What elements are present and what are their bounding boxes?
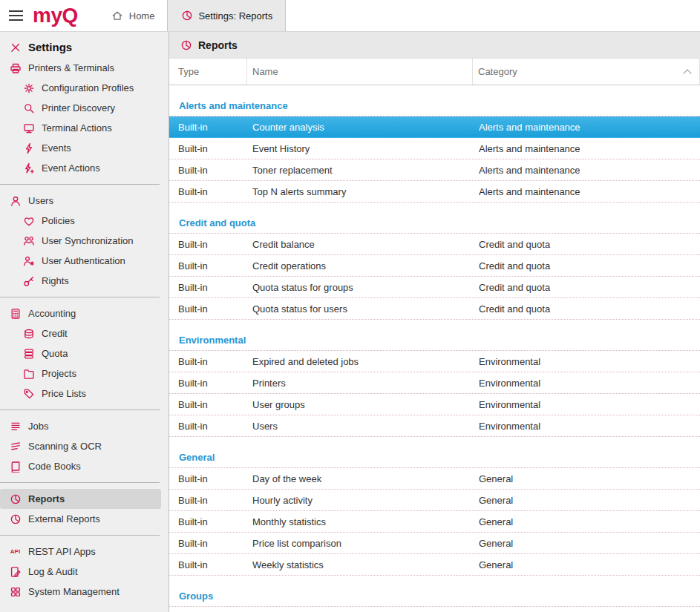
report-row-event-history[interactable]: Built-inEvent HistoryAlerts and maintena… bbox=[169, 138, 700, 159]
report-type: Built-in bbox=[169, 378, 252, 389]
sidebar-divider bbox=[0, 297, 160, 297]
tab-settings-reports[interactable]: Settings: Reports bbox=[167, 0, 286, 31]
sidebar: Settings Printers & TerminalsConfigurati… bbox=[0, 32, 169, 612]
report-name: Credit balance bbox=[252, 239, 479, 250]
report-category: Alerts and maintenance bbox=[479, 143, 700, 154]
log-icon bbox=[9, 565, 22, 578]
report-row-expired-and-deleted-jobs[interactable]: Built-inExpired and deleted jobsEnvironm… bbox=[169, 351, 700, 372]
sidebar-title: Settings bbox=[0, 35, 169, 58]
report-name: User groups bbox=[252, 399, 479, 410]
report-row-user-groups[interactable]: Built-inUser groupsEnvironmental bbox=[169, 394, 700, 415]
sidebar-item-projects[interactable]: Projects bbox=[0, 363, 161, 384]
sidebar-item-price-lists[interactable]: Price Lists bbox=[0, 384, 161, 404]
folder-icon bbox=[22, 367, 35, 380]
sidebar-item-policies[interactable]: Policies bbox=[0, 211, 161, 231]
sidebar-item-label: Log & Audit bbox=[28, 566, 78, 577]
report-row-users[interactable]: Built-inUsersEnvironmental bbox=[169, 415, 700, 437]
myq-logo[interactable]: myQ bbox=[31, 0, 99, 31]
sidebar-item-terminal-actions[interactable]: Terminal Actions bbox=[0, 118, 161, 138]
sidebar-divider bbox=[0, 409, 160, 410]
sidebar-item-label: Configuration Profiles bbox=[42, 82, 134, 93]
report-category: Alerts and maintenance bbox=[479, 165, 700, 176]
column-header-category[interactable]: Category bbox=[473, 59, 700, 85]
search-icon bbox=[22, 102, 35, 114]
report-row-top-n-alerts-summary[interactable]: Built-inTop N alerts summaryAlerts and m… bbox=[169, 181, 700, 203]
sidebar-item-label: REST API Apps bbox=[28, 546, 96, 557]
sidebar-item-label: Scanning & OCR bbox=[28, 441, 102, 452]
sidebar-item-credit[interactable]: Credit bbox=[0, 323, 161, 343]
sidebar-item-jobs[interactable]: Jobs bbox=[0, 416, 161, 436]
report-row-hourly-activity[interactable]: Built-inHourly activityGeneral bbox=[169, 490, 700, 511]
report-category: Credit and quota bbox=[479, 303, 700, 315]
user-icon bbox=[9, 194, 22, 207]
grid-icon bbox=[9, 585, 22, 598]
report-name: Credit operations bbox=[252, 260, 479, 272]
sidebar-item-label: Credit bbox=[42, 328, 68, 339]
report-row-printers[interactable]: Built-inPrintersEnvironmental bbox=[169, 372, 700, 394]
tab-home[interactable]: Home bbox=[99, 0, 168, 31]
sidebar-item-label: User Authentication bbox=[42, 255, 125, 266]
report-row-monthly-statistics[interactable]: Built-inMonthly statisticsGeneral bbox=[169, 511, 700, 533]
sidebar-item-rights[interactable]: Rights bbox=[0, 271, 161, 291]
report-type: Built-in bbox=[169, 399, 252, 410]
sidebar-item-configuration-profiles[interactable]: Configuration Profiles bbox=[0, 78, 161, 98]
user-auth-icon bbox=[22, 254, 35, 267]
sidebar-item-printers-terminals[interactable]: Printers & Terminals bbox=[0, 58, 161, 78]
sidebar-item-label: Terminal Actions bbox=[42, 122, 112, 134]
sidebar-item-log-audit[interactable]: Log & Audit bbox=[0, 562, 161, 582]
sidebar-divider bbox=[0, 535, 160, 536]
lightning-plus-icon bbox=[22, 162, 35, 174]
sidebar-item-user-synchronization[interactable]: User Synchronization bbox=[0, 231, 161, 251]
report-type: Built-in bbox=[169, 260, 252, 272]
coins-icon bbox=[22, 327, 35, 340]
menu-icon[interactable] bbox=[0, 0, 31, 31]
sidebar-item-label: Events bbox=[42, 142, 71, 154]
sort-ascending-icon[interactable] bbox=[683, 69, 691, 77]
home-icon bbox=[111, 10, 124, 22]
pie-chart-icon bbox=[180, 10, 193, 22]
sidebar-item-label: External Reports bbox=[28, 513, 100, 524]
group-header-groups: Groups bbox=[169, 585, 700, 607]
report-name: Weekly statistics bbox=[252, 559, 479, 570]
calculator-icon bbox=[9, 307, 22, 320]
sidebar-item-printer-discovery[interactable]: Printer Discovery bbox=[0, 98, 161, 118]
report-type: Built-in bbox=[169, 165, 252, 176]
sidebar-item-accounting[interactable]: Accounting bbox=[0, 303, 161, 323]
report-row-toner-replacement[interactable]: Built-inToner replacementAlerts and main… bbox=[169, 159, 700, 181]
list-icon bbox=[9, 420, 22, 432]
sidebar-item-label: Price Lists bbox=[42, 388, 86, 399]
report-type: Built-in bbox=[169, 303, 252, 315]
printer-icon bbox=[9, 62, 22, 74]
sidebar-item-user-authentication[interactable]: User Authentication bbox=[0, 251, 161, 271]
heart-icon bbox=[22, 214, 35, 227]
sidebar-item-external-reports[interactable]: External Reports bbox=[0, 509, 161, 529]
report-row-counter-analysis[interactable]: Built-inCounter analysisAlerts and maint… bbox=[169, 116, 700, 138]
sidebar-item-system-management[interactable]: System Management bbox=[0, 582, 161, 602]
report-name: Quota status for groups bbox=[252, 282, 479, 293]
sidebar-item-scanning-ocr[interactable]: Scanning & OCR bbox=[0, 436, 161, 456]
myq-settings-window: myQ Home Settings: Reports Settings Prin… bbox=[0, 0, 700, 612]
report-row-day-of-the-week[interactable]: Built-inDay of the weekGeneral bbox=[169, 468, 700, 490]
report-row-quota-status-for-groups[interactable]: Built-inQuota status for groupsCredit an… bbox=[169, 277, 700, 298]
report-name: Event History bbox=[252, 143, 479, 154]
report-category: Environmental bbox=[479, 356, 700, 367]
report-row-credit-balance[interactable]: Built-inCredit balanceCredit and quota bbox=[169, 234, 700, 255]
sidebar-item-code-books[interactable]: Code Books bbox=[0, 456, 161, 476]
column-header-name[interactable]: Name bbox=[247, 59, 473, 85]
sidebar-item-quota[interactable]: Quota bbox=[0, 343, 161, 363]
report-name: Monthly statistics bbox=[252, 516, 479, 527]
sidebar-item-reports[interactable]: Reports bbox=[0, 489, 161, 509]
sidebar-item-event-actions[interactable]: Event Actions bbox=[0, 158, 161, 178]
sidebar-item-rest-api-apps[interactable]: APIREST API Apps bbox=[0, 542, 161, 562]
report-row-counters-by-function-and-duplex-beta[interactable]: Built-inCounters by function and duplex(… bbox=[169, 607, 700, 612]
sidebar-item-users[interactable]: Users bbox=[0, 191, 161, 211]
report-row-price-list-comparison[interactable]: Built-inPrice list comparisonGeneral bbox=[169, 533, 700, 554]
report-row-quota-status-for-users[interactable]: Built-inQuota status for usersCredit and… bbox=[169, 298, 700, 320]
report-category: Environmental bbox=[479, 378, 700, 389]
column-header-type[interactable]: Type bbox=[169, 59, 247, 85]
report-row-weekly-statistics[interactable]: Built-inWeekly statisticsGeneral bbox=[169, 554, 700, 576]
sidebar-item-label: User Synchronization bbox=[42, 235, 134, 246]
report-row-credit-operations[interactable]: Built-inCredit operationsCredit and quot… bbox=[169, 255, 700, 277]
sidebar-item-events[interactable]: Events bbox=[0, 138, 161, 158]
report-type: Built-in bbox=[169, 282, 252, 293]
